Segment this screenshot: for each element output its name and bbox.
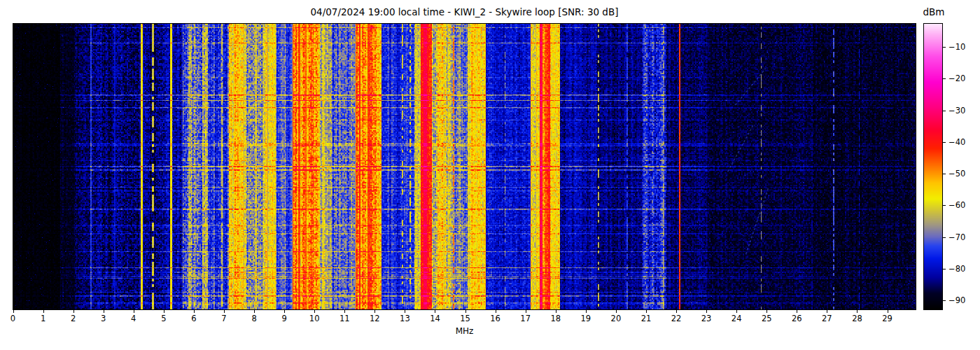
colorbar-tick-label: −50 — [948, 169, 965, 178]
colorbar-tick-mark — [943, 47, 946, 48]
x-tick-mark — [676, 310, 677, 313]
x-tick-label: 13 — [391, 314, 419, 323]
colorbar-title: dBm — [918, 4, 949, 20]
x-tick-mark — [254, 310, 255, 313]
x-tick-label: 10 — [300, 314, 328, 323]
x-tick-mark — [706, 310, 707, 313]
colorbar-canvas — [924, 24, 942, 309]
x-tick-mark — [526, 310, 526, 313]
colorbar — [923, 23, 943, 310]
colorbar-tick-mark — [943, 269, 946, 270]
x-tick-label: 27 — [813, 314, 841, 323]
x-tick-label: 28 — [843, 314, 871, 323]
x-tick-label: 19 — [572, 314, 600, 323]
colorbar-tick-label: −70 — [948, 232, 965, 242]
colorbar-tick-label: −30 — [948, 106, 965, 115]
x-tick-mark — [736, 310, 737, 313]
x-tick-label: 23 — [692, 314, 720, 323]
colorbar-tick-mark — [943, 142, 946, 143]
x-tick-mark — [284, 310, 285, 313]
x-tick-label: 6 — [180, 314, 208, 323]
x-tick-label: 2 — [59, 314, 88, 323]
colorbar-tick-mark — [943, 111, 946, 111]
x-tick-label: 4 — [120, 314, 148, 323]
x-tick-mark — [616, 310, 617, 313]
x-tick-mark — [827, 310, 827, 313]
x-tick-label: 17 — [512, 314, 540, 323]
x-tick-label: 22 — [662, 314, 690, 323]
colorbar-tick-label: −10 — [948, 42, 965, 52]
x-tick-mark — [74, 310, 74, 313]
x-tick-label: 1 — [29, 314, 57, 323]
x-tick-label: 3 — [90, 314, 118, 323]
chart-title: 04/07/2024 19:00 local time - KIWI_2 - S… — [13, 4, 916, 20]
colorbar-tick-mark — [943, 205, 946, 206]
x-tick-label: 7 — [210, 314, 238, 323]
x-tick-mark — [104, 310, 104, 313]
colorbar-tick-label: −90 — [948, 295, 965, 305]
x-tick-mark — [43, 310, 44, 313]
x-tick-label: 8 — [240, 314, 268, 323]
colorbar-tick-label: −80 — [948, 264, 965, 274]
x-tick-label: 12 — [360, 314, 388, 323]
colorbar-tick-label: −40 — [948, 137, 965, 147]
x-tick-label: 16 — [482, 314, 510, 323]
x-tick-mark — [374, 310, 375, 313]
x-tick-mark — [224, 310, 225, 313]
x-tick-label: 0 — [0, 314, 27, 323]
x-tick-label: 11 — [330, 314, 358, 323]
x-tick-mark — [134, 310, 134, 313]
x-tick-mark — [496, 310, 496, 313]
colorbar-tick-mark — [943, 237, 946, 238]
x-tick-mark — [344, 310, 345, 313]
x-tick-label: 14 — [421, 314, 449, 323]
x-tick-mark — [766, 310, 767, 313]
x-tick-mark — [194, 310, 195, 313]
x-tick-mark — [797, 310, 797, 313]
x-tick-mark — [13, 310, 14, 313]
x-tick-label: 5 — [150, 314, 178, 323]
x-tick-label: 29 — [874, 314, 902, 323]
figure-root: { "figure": { "title": "04/07/2024 19:00… — [0, 0, 980, 350]
x-tick-label: 26 — [783, 314, 811, 323]
colorbar-tick-mark — [943, 174, 946, 174]
x-tick-label: 21 — [632, 314, 660, 323]
x-tick-mark — [314, 310, 315, 313]
x-axis-label: MHz — [13, 326, 916, 336]
x-tick-mark — [586, 310, 587, 313]
x-tick-mark — [164, 310, 164, 313]
x-tick-mark — [465, 310, 466, 313]
spectrogram-plot — [13, 23, 916, 310]
spectrogram-canvas — [13, 24, 916, 309]
colorbar-tick-label: −60 — [948, 200, 965, 210]
colorbar-tick-label: −20 — [948, 74, 965, 83]
x-tick-label: 15 — [451, 314, 479, 323]
x-tick-mark — [405, 310, 405, 313]
x-tick-label: 25 — [752, 314, 780, 323]
colorbar-tick-mark — [943, 78, 946, 79]
x-tick-mark — [646, 310, 647, 313]
x-tick-label: 20 — [602, 314, 630, 323]
x-tick-label: 24 — [722, 314, 750, 323]
x-tick-mark — [888, 310, 888, 313]
x-tick-mark — [435, 310, 435, 313]
x-tick-label: 18 — [542, 314, 570, 323]
x-tick-mark — [556, 310, 556, 313]
colorbar-tick-mark — [943, 300, 946, 301]
x-tick-label: 9 — [270, 314, 298, 323]
colorbar-tick-area: −10−20−30−40−50−60−70−80−90 — [943, 23, 979, 310]
x-tick-mark — [857, 310, 858, 313]
